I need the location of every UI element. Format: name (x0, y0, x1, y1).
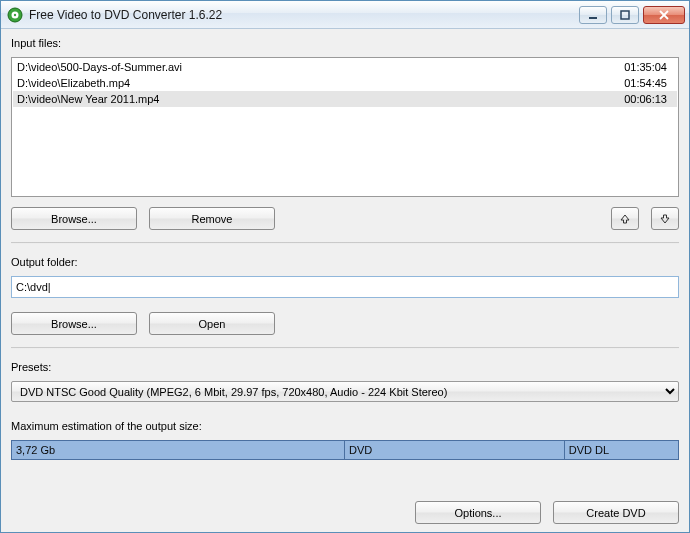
list-item[interactable]: D:\video\500-Days-of-Summer.avi01:35:04 (13, 59, 677, 75)
size-mark-dvddl: DVD DL (565, 441, 678, 459)
input-files-label: Input files: (11, 37, 679, 49)
file-duration: 00:06:13 (603, 93, 673, 105)
footer-buttons: Options... Create DVD (11, 491, 679, 524)
maximize-button[interactable] (611, 6, 639, 24)
file-duration: 01:54:45 (603, 77, 673, 89)
open-output-button[interactable]: Open (149, 312, 275, 335)
divider (11, 347, 679, 349)
output-folder-input[interactable] (11, 276, 679, 298)
presets-label: Presets: (11, 361, 679, 373)
window-body: Input files: D:\video\500-Days-of-Summer… (1, 29, 689, 532)
output-size-label: Maximum estimation of the output size: (11, 420, 679, 432)
move-down-button[interactable] (651, 207, 679, 230)
browse-output-button[interactable]: Browse... (11, 312, 137, 335)
app-icon (7, 7, 23, 23)
options-button[interactable]: Options... (415, 501, 541, 524)
minimize-button[interactable] (579, 6, 607, 24)
close-icon (658, 10, 670, 20)
size-mark-dvd: DVD (345, 441, 565, 459)
presets-select[interactable]: DVD NTSC Good Quality (MPEG2, 6 Mbit, 29… (11, 381, 679, 402)
file-path: D:\video\Elizabeth.mp4 (17, 77, 603, 89)
list-item[interactable]: D:\video\Elizabeth.mp401:54:45 (13, 75, 677, 91)
divider (11, 242, 679, 244)
list-item[interactable]: D:\video\New Year 2011.mp400:06:13 (13, 91, 677, 107)
maximize-icon (620, 10, 630, 20)
file-path: D:\video\New Year 2011.mp4 (17, 93, 603, 105)
app-window: Free Video to DVD Converter 1.6.22 Input… (0, 0, 690, 533)
browse-input-button[interactable]: Browse... (11, 207, 137, 230)
size-estimate-value: 3,72 Gb (12, 441, 345, 459)
remove-button[interactable]: Remove (149, 207, 275, 230)
output-size-bar: 3,72 Gb DVD DVD DL (11, 440, 679, 460)
arrow-down-icon (659, 213, 671, 225)
minimize-icon (588, 10, 598, 20)
svg-rect-3 (589, 17, 597, 19)
titlebar: Free Video to DVD Converter 1.6.22 (1, 1, 689, 29)
close-button[interactable] (643, 6, 685, 24)
create-dvd-button[interactable]: Create DVD (553, 501, 679, 524)
svg-rect-4 (621, 11, 629, 19)
window-title: Free Video to DVD Converter 1.6.22 (29, 8, 579, 22)
file-path: D:\video\500-Days-of-Summer.avi (17, 61, 603, 73)
move-up-button[interactable] (611, 207, 639, 230)
svg-point-2 (14, 13, 16, 15)
arrow-up-icon (619, 213, 631, 225)
input-files-list[interactable]: D:\video\500-Days-of-Summer.avi01:35:04D… (11, 57, 679, 197)
file-duration: 01:35:04 (603, 61, 673, 73)
output-folder-label: Output folder: (11, 256, 679, 268)
